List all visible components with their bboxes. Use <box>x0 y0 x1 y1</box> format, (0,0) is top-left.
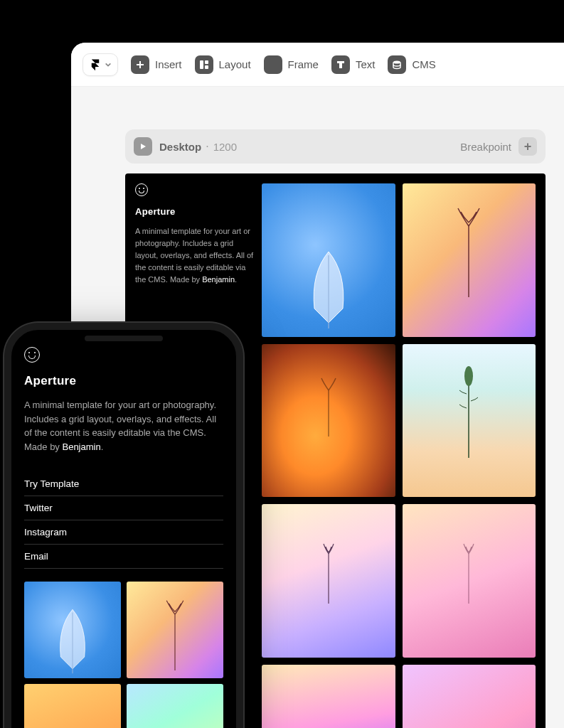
grid-tile[interactable] <box>24 684 121 728</box>
grid-tile[interactable] <box>262 344 395 498</box>
breakpoint-bar: Desktop · 1200 Breakpoint + <box>125 129 546 164</box>
template-title: Aperture <box>135 206 255 217</box>
framer-logo-icon <box>89 58 102 71</box>
plant-artwork <box>318 540 339 604</box>
plant-artwork <box>318 373 339 437</box>
svg-point-10 <box>464 366 473 386</box>
svg-point-5 <box>393 60 400 63</box>
grid-tile[interactable] <box>403 665 536 728</box>
grid-tile[interactable] <box>127 684 223 728</box>
cms-icon <box>388 55 406 74</box>
mobile-links: Try Template Twitter Instagram Email <box>24 472 223 569</box>
text-icon <box>331 55 350 74</box>
link-try-template[interactable]: Try Template <box>24 472 223 496</box>
breakpoint-label: Breakpoint <box>460 141 511 153</box>
breakpoint-device: Desktop <box>159 141 201 153</box>
leaf-artwork <box>51 604 94 675</box>
play-button[interactable] <box>134 137 152 156</box>
mobile-image-grid <box>24 582 223 728</box>
frame-icon <box>264 55 282 74</box>
toolbar: Insert Layout Frame Text CMS <box>71 43 564 87</box>
plant-artwork <box>451 358 486 458</box>
smile-icon <box>135 183 148 196</box>
grid-tile[interactable] <box>262 183 395 337</box>
cms-label: CMS <box>412 58 435 70</box>
add-breakpoint-button[interactable]: + <box>518 137 537 156</box>
svg-rect-2 <box>200 60 203 69</box>
svg-rect-1 <box>137 64 144 65</box>
chevron-down-icon <box>105 61 112 68</box>
svg-rect-3 <box>205 60 208 64</box>
link-email[interactable]: Email <box>24 545 223 569</box>
separator: · <box>206 140 208 153</box>
cms-tool[interactable]: CMS <box>388 55 435 74</box>
template-description: A minimal template for your art or photo… <box>135 225 255 286</box>
text-tool[interactable]: Text <box>331 55 376 74</box>
smile-icon <box>24 347 40 363</box>
grid-tile[interactable] <box>127 582 223 678</box>
link-twitter[interactable]: Twitter <box>24 496 223 520</box>
breakpoint-width: 1200 <box>213 141 237 153</box>
grid-tile[interactable] <box>262 665 395 728</box>
plant-artwork <box>451 198 486 297</box>
template-title-mobile: Aperture <box>24 374 223 388</box>
leaf-artwork <box>304 245 353 330</box>
layout-icon <box>195 55 213 74</box>
grid-tile[interactable] <box>262 504 395 658</box>
plant-artwork <box>458 540 479 604</box>
image-grid <box>262 183 536 728</box>
frame-label: Frame <box>288 58 319 70</box>
svg-rect-4 <box>205 65 208 69</box>
insert-tool[interactable]: Insert <box>131 55 182 74</box>
app-menu-button[interactable] <box>83 53 118 76</box>
frame-tool[interactable]: Frame <box>264 55 319 74</box>
layout-tool[interactable]: Layout <box>195 55 251 74</box>
layout-label: Layout <box>219 58 251 70</box>
insert-label: Insert <box>155 58 182 70</box>
plus-icon <box>131 55 149 74</box>
grid-tile[interactable] <box>403 344 536 498</box>
template-description-mobile: A minimal template for your art or photo… <box>24 398 223 454</box>
grid-tile[interactable] <box>24 582 121 678</box>
phone-notch <box>85 336 163 341</box>
link-instagram[interactable]: Instagram <box>24 520 223 545</box>
phone-mockup: Aperture A minimal template for your art… <box>4 323 243 728</box>
plant-artwork <box>161 592 189 670</box>
grid-tile[interactable] <box>403 183 536 337</box>
text-label: Text <box>356 58 376 70</box>
grid-tile[interactable] <box>403 504 536 658</box>
